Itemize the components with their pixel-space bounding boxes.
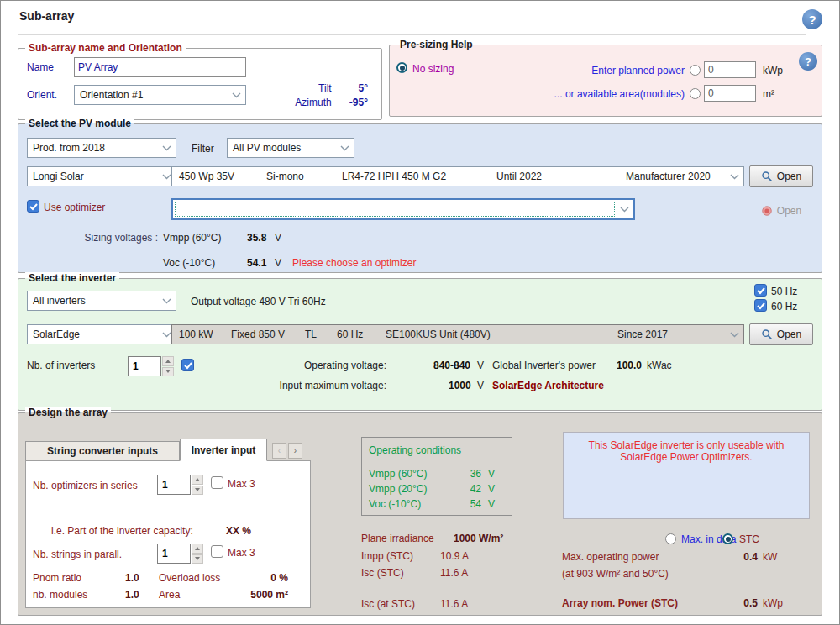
pv-module-title: Select the PV module bbox=[25, 118, 134, 130]
production-year-select[interactable]: Prod. from 2018 bbox=[27, 138, 176, 158]
tab-prev-icon[interactable]: ‹ bbox=[272, 443, 286, 459]
use-optimizer-label: Use optimizer bbox=[44, 202, 105, 213]
impp-stc-value: 10.9 A bbox=[440, 550, 469, 562]
presizing-help-icon[interactable]: ? bbox=[799, 52, 817, 71]
freq-50hz-checkbox[interactable] bbox=[754, 284, 767, 297]
freq-50hz-label: 50 Hz bbox=[771, 286, 797, 297]
area-value: 5000 m² bbox=[228, 589, 288, 601]
planned-power-unit: kWp bbox=[763, 65, 783, 76]
optimizers-series-label: Nb. optimizers in series bbox=[33, 480, 138, 491]
stepper-up-icon[interactable] bbox=[162, 356, 174, 366]
strings-parallel-stepper[interactable] bbox=[157, 544, 203, 564]
module-filter-select[interactable]: All PV modules bbox=[227, 138, 354, 158]
page-title: Sub-array bbox=[19, 9, 74, 23]
global-power-value: 100.0 bbox=[617, 360, 642, 371]
tilt-label: Tilt bbox=[318, 82, 332, 94]
module-model: LR4-72 HPH 450 M G2 bbox=[342, 171, 446, 182]
planned-power-radio[interactable] bbox=[690, 65, 701, 76]
check-icon bbox=[757, 302, 765, 310]
stepper-up-icon[interactable] bbox=[192, 544, 203, 554]
chevron-down-icon bbox=[730, 332, 739, 338]
open-optimizer-button-disabled: Open bbox=[749, 200, 813, 222]
inverter-brand-select[interactable]: SolarEdge bbox=[27, 324, 176, 344]
solaredge-notice-line1: This SolarEdge inverter is only useable … bbox=[564, 439, 809, 451]
opcond-row-value: 54 bbox=[456, 498, 481, 510]
stepper-down-icon[interactable] bbox=[192, 554, 203, 565]
area-input[interactable] bbox=[704, 85, 756, 102]
capacity-label: i.e. Part of the inverter capacity: bbox=[51, 525, 193, 537]
filter-label: Filter bbox=[192, 143, 214, 155]
tab-inverter-input[interactable]: Inverter input bbox=[180, 439, 267, 461]
presizing-title: Pre-sizing Help bbox=[396, 39, 476, 51]
voc-label: Voc (-10°C) bbox=[163, 257, 215, 269]
freq-60hz-label: 60 Hz bbox=[771, 301, 797, 312]
overload-loss-label: Overload loss bbox=[159, 572, 220, 584]
sizing-voltages-label: Sizing voltages : bbox=[67, 232, 158, 244]
pv-module-group: Select the PV module Prod. from 2018 Fil… bbox=[18, 123, 822, 273]
pnom-ratio-label: Pnom ratio bbox=[33, 572, 81, 584]
isc-stc-value: 11.6 A bbox=[440, 567, 468, 579]
search-icon bbox=[761, 328, 773, 340]
max-in-data-radio[interactable] bbox=[665, 533, 676, 544]
max-operating-power-value: 0.4 bbox=[732, 551, 758, 563]
help-icon[interactable]: ? bbox=[802, 9, 822, 29]
strings-parallel-input[interactable] bbox=[157, 544, 191, 564]
stc-radio[interactable] bbox=[722, 533, 733, 544]
inverter-voltage: Fixed 850 V bbox=[231, 328, 285, 340]
name-orientation-group-title: Sub-array name and Orientation bbox=[25, 42, 186, 55]
array-nom-power-unit: kWp bbox=[763, 597, 783, 609]
inverter-brand-value: SolarEdge bbox=[33, 328, 80, 340]
chevron-down-icon bbox=[620, 207, 629, 213]
opcond-row-value: 42 bbox=[456, 483, 481, 495]
nb-inverters-stepper[interactable] bbox=[128, 356, 174, 376]
name-label: Name bbox=[27, 61, 54, 73]
stepper-down-icon[interactable] bbox=[192, 486, 203, 496]
optimizers-max3-label: Max 3 bbox=[228, 478, 255, 490]
open-module-button[interactable]: Open bbox=[749, 165, 813, 187]
planned-power-input[interactable] bbox=[704, 61, 756, 78]
use-optimizer-checkbox[interactable] bbox=[27, 200, 39, 213]
optimizers-series-input[interactable] bbox=[157, 475, 191, 495]
inverter-model-select[interactable]: 100 kW Fixed 850 V TL 60 Hz SE100KUS Uni… bbox=[171, 324, 744, 344]
inverter-input-panel: Nb. optimizers in series Max 3 i.e. Part… bbox=[25, 460, 311, 608]
check-icon bbox=[29, 202, 38, 211]
chevron-down-icon bbox=[340, 145, 349, 151]
no-sizing-radio[interactable] bbox=[396, 62, 407, 73]
inverter-since: Since 2017 bbox=[617, 328, 668, 340]
header-divider bbox=[18, 34, 806, 35]
tab-string-converter-inputs[interactable]: String converter inputs bbox=[25, 441, 180, 461]
strings-max3-checkbox[interactable] bbox=[211, 545, 223, 558]
output-voltage-text: Output voltage 480 V Tri 60Hz bbox=[191, 296, 326, 307]
module-until: Until 2022 bbox=[496, 171, 542, 182]
module-brand-select[interactable]: Longi Solar bbox=[27, 166, 176, 186]
open-inverter-label: Open bbox=[777, 328, 801, 340]
input-max-voltage-value: 1000 bbox=[449, 380, 471, 391]
orientation-label: Orient. bbox=[27, 89, 57, 101]
open-module-label: Open bbox=[777, 171, 801, 182]
freq-60hz-checkbox[interactable] bbox=[754, 299, 767, 312]
optimizer-select[interactable] bbox=[171, 198, 635, 220]
impp-stc-label: Impp (STC) bbox=[361, 550, 413, 562]
inverter-auto-checkbox[interactable] bbox=[181, 359, 194, 371]
planned-power-label: Enter planned power bbox=[545, 65, 685, 76]
record-icon bbox=[761, 205, 773, 217]
module-power: 450 Wp 35V bbox=[179, 171, 234, 182]
name-orientation-group: Sub-array name and Orientation Name Orie… bbox=[18, 48, 382, 120]
orientation-select[interactable]: Orientation #1 bbox=[74, 85, 246, 105]
module-model-select[interactable]: 450 Wp 35V Si-mono LR4-72 HPH 450 M G2 U… bbox=[171, 166, 744, 186]
azimuth-row: Azimuth -95° bbox=[295, 97, 368, 108]
vmpp-60-value: 35.8 bbox=[247, 232, 266, 244]
nb-inverters-input[interactable] bbox=[128, 356, 161, 376]
name-input[interactable] bbox=[74, 57, 246, 77]
solaredge-notice-line2: SolarEdge Power Optimizers. bbox=[564, 451, 809, 463]
optimizers-max3-checkbox[interactable] bbox=[211, 476, 223, 489]
inverter-family-select[interactable]: All inverters bbox=[27, 291, 176, 311]
optimizers-series-stepper[interactable] bbox=[157, 475, 203, 495]
operating-voltage-unit: V bbox=[477, 360, 484, 371]
tab-next-icon[interactable]: › bbox=[288, 443, 302, 459]
open-inverter-button[interactable]: Open bbox=[749, 323, 813, 345]
stepper-up-icon[interactable] bbox=[192, 475, 203, 485]
nb-modules-label: nb. modules bbox=[33, 589, 87, 601]
stepper-down-icon[interactable] bbox=[162, 367, 174, 377]
area-radio[interactable] bbox=[690, 88, 701, 99]
